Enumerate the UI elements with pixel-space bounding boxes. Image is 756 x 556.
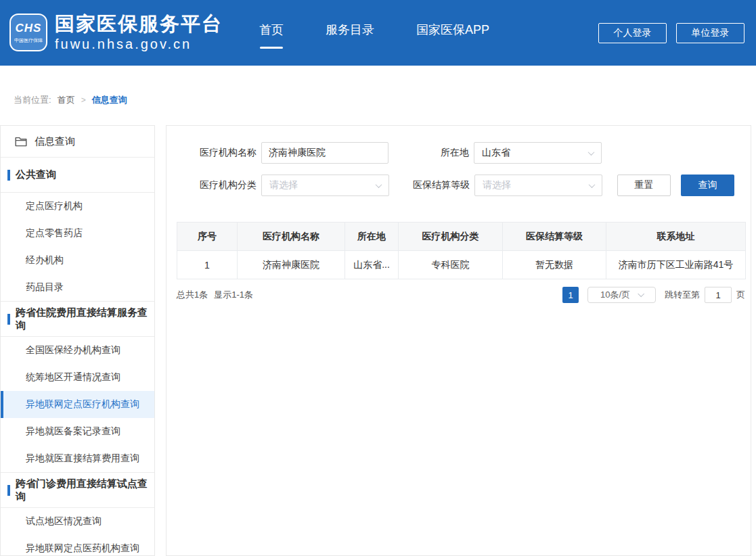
col-index: 序号 (177, 223, 238, 251)
chevron-down-icon (589, 181, 596, 188)
main-panel: 医疗机构名称 所在地 山东省 医疗机构分类 请选择 医保结算等级 请选择 (166, 125, 751, 556)
page-1-button[interactable]: 1 (562, 287, 579, 303)
settlement-level-select-placeholder: 请选择 (483, 179, 511, 191)
sidebar-item-designated-medical-institution[interactable]: 定点医疗机构 (1, 193, 154, 220)
institution-type-label: 医疗机构分类 (177, 179, 257, 191)
sidebar-item-pilot-region-query[interactable]: 试点地区情况查询 (1, 508, 154, 535)
location-select[interactable]: 山东省 (474, 142, 602, 164)
sidebar-section-title: 跨省住院费用直接结算服务查询 (16, 306, 154, 332)
unit-login-button[interactable]: 单位登录 (676, 23, 744, 43)
jump-suffix-label: 页 (736, 289, 745, 301)
institution-name-label: 医疗机构名称 (177, 147, 257, 159)
folder-icon (15, 137, 27, 147)
sidebar-section-cross-province-outpatient: 跨省门诊费用直接结算试点查询 (1, 473, 154, 508)
sidebar-item-handling-agency[interactable]: 经办机构 (1, 247, 154, 274)
jump-prefix-label: 跳转至第 (665, 289, 700, 301)
institution-type-select-placeholder: 请选择 (269, 179, 298, 191)
chevron-down-icon (376, 181, 382, 188)
nav-app[interactable]: 国家医保APP (415, 18, 491, 49)
sidebar-section-public-query: 公共查询 (1, 158, 154, 193)
main-nav: 首页 服务目录 国家医保APP (258, 18, 491, 49)
nav-service-catalog-label: 服务目录 (326, 23, 374, 37)
site-title-block: 国家医保服务平台 fuwu.nhsa.gov.cn (55, 14, 223, 53)
table-row: 1 济南神康医院 山东省... 专科医院 暂无数据 济南市历下区工业南路41号 (177, 251, 746, 279)
total-count: 总共1条 (177, 289, 208, 301)
site-header: CHS 中国医疗保障 国家医保服务平台 fuwu.nhsa.gov.cn 首页 … (0, 0, 756, 66)
nav-app-label: 国家医保APP (416, 23, 489, 37)
site-domain: fuwu.nhsa.gov.cn (55, 37, 223, 52)
shown-range: 显示1-1条 (214, 289, 253, 301)
sidebar-section-title: 跨省门诊费用直接结算试点查询 (16, 478, 154, 503)
jump-to-page: 跳转至第 页 (665, 287, 745, 303)
sidebar-item-cross-region-medical-institution-query[interactable]: 异地联网定点医疗机构查询 (1, 391, 154, 418)
site-title: 国家医保服务平台 (55, 14, 223, 35)
pagination-summary: 总共1条 显示1-1条 (177, 289, 253, 301)
search-button[interactable]: 查询 (681, 175, 734, 196)
section-bar-icon (7, 170, 10, 181)
location-label: 所在地 (388, 147, 469, 159)
section-bar-icon (7, 314, 10, 325)
cell-institution-name: 济南神康医院 (238, 251, 345, 279)
sidebar-item-drug-catalog[interactable]: 药品目录 (1, 274, 154, 301)
login-buttons: 个人登录 单位登录 (598, 23, 744, 43)
sidebar-item-national-agency-query[interactable]: 全国医保经办机构查询 (1, 337, 154, 364)
page-size-select[interactable]: 10条/页 (587, 287, 656, 303)
pagination-controls: 1 10条/页 跳转至第 页 (562, 287, 745, 303)
breadcrumb-separator-icon: > (81, 95, 86, 105)
sidebar-group-outpatient: 试点地区情况查询 异地联网定点医药机构查询 (1, 508, 154, 556)
cell-contact-address: 济南市历下区工业南路41号 (606, 251, 746, 279)
jump-page-input[interactable] (705, 287, 732, 303)
section-bar-icon (7, 485, 10, 496)
cell-institution-type: 专科医院 (399, 251, 503, 279)
sidebar-section-title: 公共查询 (16, 168, 56, 181)
location-select-value: 山东省 (482, 147, 510, 159)
col-settlement-level: 医保结算等级 (503, 223, 606, 251)
breadcrumb-prefix: 当前位置: (14, 94, 51, 106)
institution-type-select[interactable]: 请选择 (261, 175, 389, 196)
breadcrumb-home-link[interactable]: 首页 (58, 94, 75, 106)
breadcrumb-current[interactable]: 信息查询 (92, 94, 127, 106)
nav-service-catalog[interactable]: 服务目录 (324, 18, 376, 49)
sidebar-group-inpatient: 全国医保经办机构查询 统筹地区开通情况查询 异地联网定点医疗机构查询 异地就医备… (1, 337, 154, 473)
nav-active-underline (260, 47, 283, 49)
col-institution-type: 医疗机构分类 (399, 223, 503, 251)
sidebar-item-region-opening-query[interactable]: 统筹地区开通情况查询 (1, 364, 154, 391)
chs-logo-subtitle: 中国医疗保障 (14, 37, 43, 44)
sidebar-item-settlement-fee-query[interactable]: 异地就医直接结算费用查询 (1, 445, 154, 472)
sidebar-item-designated-retail-pharmacy[interactable]: 定点零售药店 (1, 220, 154, 247)
chevron-down-icon (638, 290, 644, 297)
cell-location: 山东省... (345, 251, 399, 279)
search-form-row-1: 医疗机构名称 所在地 山东省 (177, 142, 742, 164)
sidebar-section-cross-province-inpatient: 跨省住院费用直接结算服务查询 (1, 302, 154, 337)
page-size-value: 10条/页 (600, 289, 630, 301)
cell-index: 1 (177, 251, 238, 279)
sidebar: 信息查询 公共查询 定点医疗机构 定点零售药店 经办机构 药品目录 跨省住院费用… (0, 125, 155, 556)
nav-home-label: 首页 (259, 23, 284, 37)
sidebar-group-public: 定点医疗机构 定点零售药店 经办机构 药品目录 (1, 193, 154, 302)
col-institution-name: 医疗机构名称 (238, 223, 345, 251)
personal-login-button[interactable]: 个人登录 (598, 23, 667, 43)
sidebar-item-filing-record-query[interactable]: 异地就医备案记录查询 (1, 418, 154, 445)
nav-home[interactable]: 首页 (258, 18, 285, 49)
breadcrumb: 当前位置: 首页 > 信息查询 (14, 94, 127, 106)
chevron-down-icon (588, 149, 595, 156)
chs-logo-text: CHS (16, 22, 42, 35)
results-table: 序号 医疗机构名称 所在地 医疗机构分类 医保结算等级 联系地址 1 济南神康医… (177, 222, 746, 279)
settlement-level-label: 医保结算等级 (389, 179, 470, 191)
pagination-bar: 总共1条 显示1-1条 1 10条/页 跳转至第 页 (177, 287, 745, 303)
table-header-row: 序号 医疗机构名称 所在地 医疗机构分类 医保结算等级 联系地址 (177, 223, 746, 251)
chs-logo-icon: CHS 中国医疗保障 (9, 14, 47, 51)
institution-name-input[interactable] (261, 142, 388, 164)
site-logo[interactable]: CHS 中国医疗保障 国家医保服务平台 fuwu.nhsa.gov.cn (9, 14, 223, 53)
cell-settlement-level: 暂无数据 (503, 251, 606, 279)
sidebar-item-cross-region-pharmacy-query[interactable]: 异地联网定点医药机构查询 (1, 535, 154, 556)
search-form-row-2: 医疗机构分类 请选择 医保结算等级 请选择 重置 查询 (177, 175, 742, 196)
settlement-level-select[interactable]: 请选择 (474, 175, 602, 196)
form-buttons: 重置 查询 (617, 175, 734, 196)
col-contact-address: 联系地址 (606, 223, 746, 251)
sidebar-root-info-query[interactable]: 信息查询 (1, 126, 154, 158)
reset-button[interactable]: 重置 (617, 175, 671, 196)
sidebar-root-label: 信息查询 (35, 135, 75, 148)
col-location: 所在地 (345, 223, 399, 251)
